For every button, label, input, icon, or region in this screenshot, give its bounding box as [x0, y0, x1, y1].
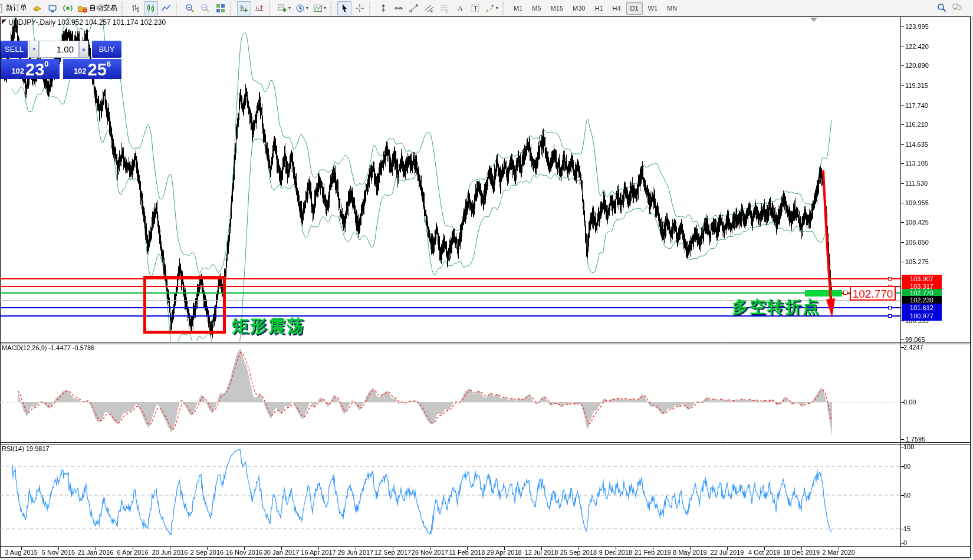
price-axis-tick: 113.105	[905, 160, 928, 167]
marketwatch-button[interactable]	[30, 1, 44, 15]
sell-price-major: 102	[11, 67, 24, 75]
broadcast-icon	[63, 4, 73, 13]
autotrading-button[interactable]: 自动交易	[76, 1, 119, 15]
toolbar-separator	[121, 2, 126, 15]
horizontal-level-line[interactable]	[0, 286, 900, 287]
candlestick-button[interactable]	[144, 1, 158, 15]
signals-button[interactable]	[61, 1, 75, 15]
level-anchor-handle[interactable]	[888, 314, 892, 318]
level-anchor-handle[interactable]	[888, 277, 892, 281]
date-axis-label: 3 Aug 2015	[5, 549, 38, 556]
horizontal-line-button[interactable]	[392, 1, 406, 15]
date-axis-label: 16 Nov 2016	[226, 549, 262, 556]
buy-price-button[interactable]: 102 25 6	[63, 59, 121, 79]
toolbar-separator	[369, 2, 374, 15]
timeframe-mn-button[interactable]: MN	[663, 2, 681, 15]
zoom-out-icon	[200, 4, 210, 13]
macd-axis-tick: 2.4247	[903, 344, 923, 351]
tile-windows-icon	[216, 4, 225, 13]
terminal-button[interactable]	[45, 1, 60, 15]
callout-anchor-handle[interactable]	[843, 291, 847, 295]
rsi-axis-tick: 80	[903, 463, 910, 470]
price-callout-label[interactable]: 102.770	[850, 286, 896, 301]
toolbar-right-icons	[934, 1, 965, 15]
timeframe-m5-button[interactable]: M5	[528, 2, 545, 15]
turning-point-annotation-text[interactable]: 多空转折点	[732, 296, 820, 318]
svg-text:E: E	[430, 9, 433, 13]
horizontal-level-line[interactable]	[0, 278, 900, 279]
auto-scroll-button[interactable]	[237, 1, 251, 15]
price-axis-tick: 117.740	[905, 102, 928, 109]
timeframe-d1-button[interactable]: D1	[626, 2, 643, 15]
templates-button[interactable]: ▾	[311, 1, 328, 15]
rsi-axis-tick: 0	[903, 539, 907, 546]
date-axis-label: 9 Dec 2018	[599, 549, 632, 556]
terminal-icon	[48, 4, 57, 13]
volume-input[interactable]	[39, 41, 79, 58]
dropdown-arrow-icon[interactable]: ▾	[306, 5, 308, 11]
search-button[interactable]	[935, 1, 949, 15]
dropdown-arrow-icon[interactable]: ▾	[496, 5, 498, 11]
toolbar-separator	[269, 2, 274, 15]
templates-icon	[313, 4, 323, 13]
toolbar-separator	[230, 2, 235, 15]
sell-price-button[interactable]: 102 23 0	[1, 59, 60, 79]
indicators-button[interactable]: ▾	[276, 1, 292, 15]
zoom-out-button[interactable]	[198, 1, 212, 15]
rsi-axis-tick: 100	[903, 443, 914, 450]
date-axis-label: 5 Nov 2015	[42, 549, 75, 556]
date-axis-label: 25 Sep 2018	[560, 549, 597, 556]
date-axis-label: 2 Sep 2016	[190, 549, 223, 556]
new-order-button[interactable]: 新订单	[0, 1, 29, 15]
price-axis-tick: 99.065	[905, 336, 925, 343]
line-chart-icon	[162, 4, 171, 13]
text-button[interactable]: A	[453, 1, 467, 15]
level-anchor-handle[interactable]	[888, 306, 892, 309]
sell-button[interactable]: SELL	[1, 41, 28, 58]
oneclick-collapse-icon[interactable]	[2, 19, 6, 24]
rectangle-annotation-text[interactable]: 矩形震荡	[232, 315, 305, 338]
bar-chart-button[interactable]	[129, 1, 143, 15]
dropdown-arrow-icon[interactable]: ▾	[288, 5, 291, 11]
trendline-button[interactable]	[407, 1, 421, 15]
vertical-line-button[interactable]	[376, 1, 390, 15]
label-button[interactable]: T	[468, 1, 482, 15]
timeframe-h4-button[interactable]: H4	[609, 2, 625, 15]
horizontal-level-line[interactable]	[0, 292, 900, 294]
buy-button[interactable]: BUY	[92, 41, 121, 58]
arrows-button[interactable]: ▾	[484, 1, 500, 15]
crosshair-button[interactable]	[353, 1, 367, 15]
channel-button[interactable]: E	[422, 1, 436, 15]
price-tag-100.977: 100.977	[902, 312, 942, 321]
toolbar-separator	[176, 2, 180, 15]
fibonacci-button[interactable]: F	[438, 1, 452, 15]
buy-price-pips: 25	[88, 62, 107, 77]
rectangle-drawing[interactable]	[143, 276, 226, 334]
chart-shift-button[interactable]	[252, 1, 267, 15]
price-axis-tick: 123.995	[905, 23, 929, 30]
date-axis-label: 30 Jan 2017	[264, 549, 300, 556]
periods-button[interactable]: ▾	[294, 1, 310, 15]
timeframe-m15-button[interactable]: M15	[547, 2, 567, 15]
indicators-icon	[278, 4, 287, 13]
timeframe-w1-button[interactable]: W1	[644, 2, 662, 15]
price-axis-tick: 122.420	[905, 43, 929, 50]
tile-windows-button[interactable]	[213, 1, 228, 15]
channel-icon: E	[425, 4, 434, 13]
chart-shift-marker-icon[interactable]	[810, 18, 817, 22]
price-axis-tick: 119.315	[905, 82, 928, 89]
price-axis-tick: 111.530	[905, 180, 928, 187]
timeframe-m30-button[interactable]: M30	[568, 2, 589, 15]
timeframe-h1-button[interactable]: H1	[590, 2, 607, 15]
volume-decrease-button[interactable]: ▼	[29, 41, 39, 58]
crosshair-icon	[355, 4, 364, 13]
cursor-button[interactable]	[337, 1, 351, 15]
rsi-label: RSI(14) 19.9817	[2, 445, 50, 452]
chat-button[interactable]	[950, 1, 964, 15]
svg-text:F: F	[446, 9, 448, 13]
zoom-in-button[interactable]	[183, 1, 197, 15]
dropdown-arrow-icon[interactable]: ▾	[324, 5, 326, 11]
line-chart-button[interactable]	[159, 1, 173, 15]
volume-increase-button[interactable]: ▲	[79, 41, 88, 58]
timeframe-m1-button[interactable]: M1	[509, 2, 527, 15]
